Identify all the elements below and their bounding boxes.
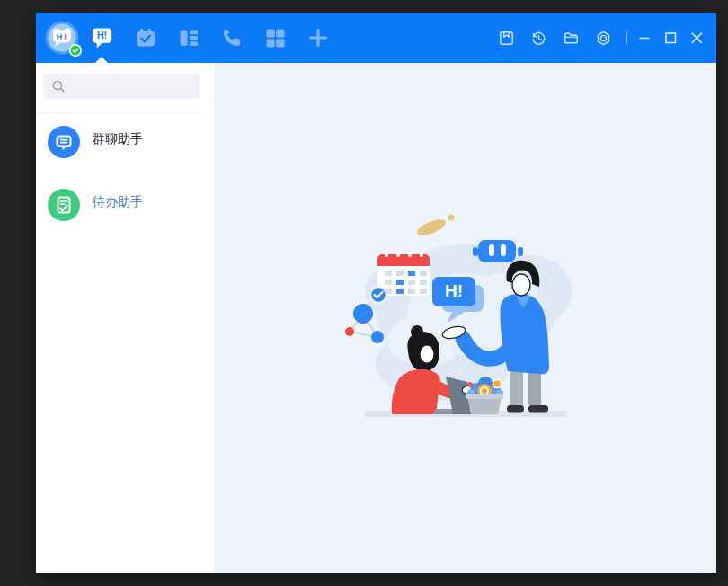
maximize-icon — [661, 29, 679, 47]
calendar-icon — [370, 250, 430, 303]
newspaper-icon — [178, 27, 200, 49]
maximize-button[interactable] — [661, 29, 679, 47]
files-button[interactable] — [563, 30, 580, 47]
nav-chat-tab[interactable]: H! — [90, 13, 114, 63]
nav-calls-tab[interactable] — [219, 13, 244, 63]
close-icon — [688, 29, 706, 47]
nav-add-button[interactable] — [306, 13, 330, 63]
gear-icon — [595, 30, 612, 47]
history-button[interactable] — [530, 30, 547, 47]
welcome-illustration: H! — [331, 206, 600, 431]
leaf-icon — [414, 215, 454, 239]
bookmark-box-icon — [498, 30, 515, 47]
sidebar: 群聊助手 待办助手 — [36, 63, 214, 573]
main-nav: H! — [90, 13, 330, 63]
nav-apps-tab[interactable] — [262, 13, 287, 63]
conversation-list: 群聊助手 待办助手 — [36, 113, 214, 252]
svg-text:H: H — [57, 31, 63, 41]
user-avatar[interactable]: H ! — [45, 21, 79, 55]
chat-hi-icon: H! — [90, 25, 114, 50]
svg-text:H!: H! — [444, 281, 462, 300]
plus-icon — [306, 26, 330, 49]
list-item-label: 待办助手 — [93, 189, 143, 209]
nav-news-tab[interactable] — [176, 13, 200, 63]
svg-text:!: ! — [64, 31, 67, 41]
toolbar-right — [483, 29, 716, 47]
flower-box — [466, 377, 503, 414]
todo-assistant-icon — [48, 189, 80, 221]
main-content: H! — [214, 63, 716, 573]
app-grid-icon — [264, 27, 286, 49]
active-tab-notch — [95, 57, 108, 63]
list-item-todo-assistant[interactable]: 待办助手 — [36, 189, 214, 252]
favorites-button[interactable] — [498, 30, 515, 47]
search-icon — [51, 79, 66, 93]
minimize-button[interactable] — [635, 29, 653, 47]
svg-text:H!: H! — [97, 30, 107, 40]
history-clock-icon — [530, 30, 547, 47]
list-item-label: 群聊助手 — [93, 126, 143, 146]
phone-icon — [221, 27, 243, 49]
nav-tasks-tab[interactable] — [133, 13, 157, 63]
search-box[interactable] — [43, 74, 200, 99]
calendar-check-icon — [135, 27, 156, 49]
app-body: 群聊助手 待办助手 — [36, 63, 716, 573]
minimize-icon — [635, 29, 653, 47]
close-button[interactable] — [688, 29, 706, 47]
app-window: H ! H! — [36, 13, 716, 573]
folder-icon — [563, 30, 580, 47]
online-status-check-badge-icon — [69, 44, 82, 57]
list-item-group-chat-assistant[interactable]: 群聊助手 — [36, 126, 214, 189]
search-input[interactable] — [66, 74, 200, 99]
group-chat-assistant-icon — [48, 126, 80, 158]
settings-button[interactable] — [595, 30, 612, 47]
desktop-background: H ! H! — [0, 0, 728, 586]
toolbar-divider — [626, 31, 627, 45]
toolbar: H ! H! — [36, 13, 716, 63]
